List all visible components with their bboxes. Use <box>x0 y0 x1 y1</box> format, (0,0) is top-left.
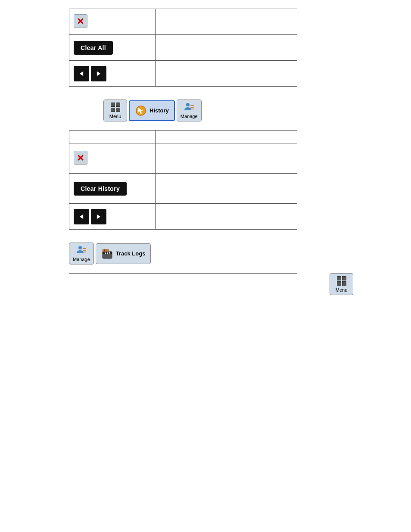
history-icon <box>135 105 146 116</box>
svg-rect-11 <box>83 248 86 249</box>
manage-icon <box>184 102 195 113</box>
manage-label-1: Manage <box>181 114 198 119</box>
grid-icon-container-2 <box>336 276 348 286</box>
cell-icon-2 <box>69 143 156 174</box>
clear-all-button[interactable]: Clear All <box>74 41 113 55</box>
grid-icon-container <box>109 102 121 112</box>
nav-arrows-1 <box>74 66 151 81</box>
tracklogs-icon <box>102 248 113 259</box>
grid-icon <box>111 103 120 112</box>
cell-icon-1 <box>69 9 156 35</box>
col-header-2 <box>155 131 297 143</box>
svg-point-10 <box>78 246 82 249</box>
section-2: Clear History <box>69 130 342 230</box>
manage-icon-container-2 <box>75 245 87 255</box>
svg-rect-7 <box>190 109 194 109</box>
red-x-icon-2[interactable] <box>74 151 87 165</box>
svg-rect-19 <box>103 249 109 252</box>
svg-point-4 <box>186 103 190 106</box>
svg-marker-9 <box>97 214 100 219</box>
cell-desc-1 <box>155 9 297 35</box>
table-row <box>69 61 297 87</box>
left-arrow-icon <box>78 71 84 77</box>
table-1: Clear All <box>69 9 297 87</box>
nav-arrows-2 <box>74 209 151 224</box>
cell-desc-3 <box>155 61 297 87</box>
table-row <box>69 9 297 35</box>
svg-rect-5 <box>190 105 194 106</box>
table-header-row <box>69 131 297 143</box>
manage-button-1[interactable]: Manage <box>177 100 202 121</box>
menu-button-1[interactable]: Menu <box>103 100 127 121</box>
right-arrow-icon-2 <box>96 214 102 220</box>
toolbar-2-container: Manage Track Lo <box>69 243 371 264</box>
next-button-1[interactable] <box>91 66 106 81</box>
history-button[interactable]: History <box>129 100 175 121</box>
toolbar-1: Menu History <box>103 100 342 121</box>
svg-rect-12 <box>83 250 86 251</box>
next-button-2[interactable] <box>91 209 106 224</box>
manage-icon-container <box>183 102 195 112</box>
table-2: Clear History <box>69 130 297 230</box>
cell-nav-2 <box>69 204 156 230</box>
history-icon-container <box>135 106 147 116</box>
cell-nav-1 <box>69 61 156 87</box>
manage-label-2: Manage <box>73 257 90 262</box>
red-x-icon[interactable] <box>74 14 87 28</box>
menu-label-1: Menu <box>109 114 121 119</box>
tracklogs-button[interactable]: Track Logs <box>96 243 151 264</box>
menu-label-2: Menu <box>336 287 348 292</box>
left-arrow-icon-2 <box>78 214 84 220</box>
svg-marker-0 <box>80 71 83 76</box>
cell-desc-6 <box>155 204 297 230</box>
cell-desc-4 <box>155 143 297 174</box>
right-arrow-icon <box>96 71 102 77</box>
cell-desc-2 <box>155 35 297 61</box>
menu-button-2[interactable]: Menu <box>330 273 353 295</box>
separator-line <box>69 273 297 274</box>
cell-clear-history: Clear History <box>69 174 156 204</box>
svg-marker-8 <box>80 214 83 219</box>
history-label: History <box>149 107 169 114</box>
table-row: Clear All <box>69 35 297 61</box>
cell-desc-5 <box>155 174 297 204</box>
col-header-1 <box>69 131 156 143</box>
toolbar-2-left: Manage Track Lo <box>69 243 371 264</box>
manage-icon-2 <box>76 245 87 256</box>
cell-clear-all: Clear All <box>69 35 156 61</box>
tracklogs-label: Track Logs <box>116 250 146 257</box>
prev-button-2[interactable] <box>74 209 89 224</box>
svg-rect-13 <box>83 252 86 252</box>
section-1: Clear All <box>69 9 342 87</box>
manage-button-2[interactable]: Manage <box>69 243 94 264</box>
table-row <box>69 143 297 174</box>
table-row: Clear History <box>69 174 297 204</box>
grid-icon-2 <box>337 276 346 286</box>
prev-button-1[interactable] <box>74 66 89 81</box>
tracklogs-icon-container <box>101 249 113 259</box>
svg-marker-1 <box>97 71 100 76</box>
table-row <box>69 204 297 230</box>
clear-history-button[interactable]: Clear History <box>74 182 127 196</box>
svg-rect-6 <box>190 107 194 108</box>
